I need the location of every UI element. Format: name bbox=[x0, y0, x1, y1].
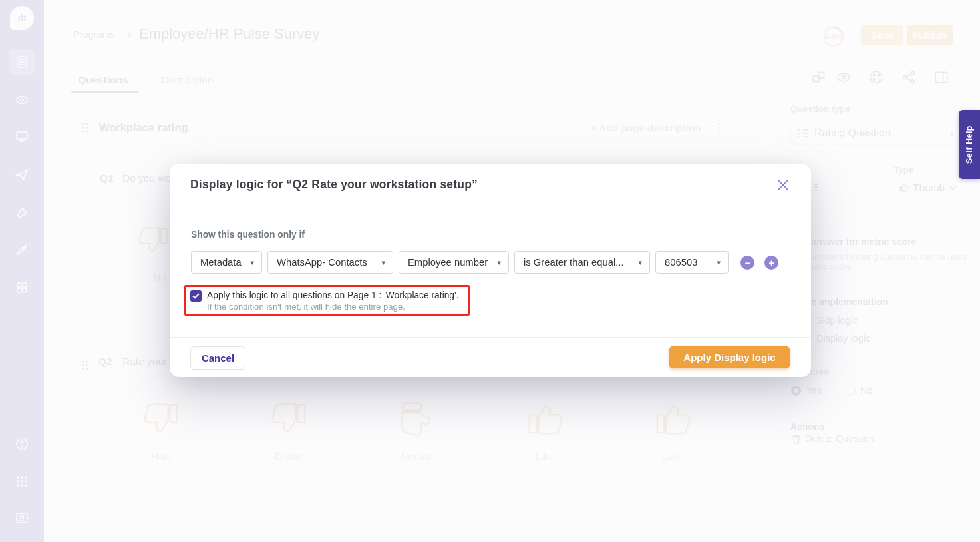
drag-handle-icon bbox=[81, 360, 89, 371]
actions-label: Actions bbox=[790, 421, 824, 432]
caret-down-icon: ▾ bbox=[638, 258, 642, 267]
active-tab-underline bbox=[71, 91, 138, 93]
type-label: Type bbox=[894, 165, 914, 175]
minus-icon: − bbox=[744, 258, 750, 268]
blocks-icon bbox=[812, 70, 826, 85]
q1-text: Do you wo bbox=[122, 172, 171, 184]
tab-questions: Questions bbox=[78, 74, 128, 86]
chevron-down-icon bbox=[949, 185, 957, 190]
remove-condition-button[interactable]: − bbox=[740, 256, 754, 270]
condition-row: Metadata ▾ WhatsApp- Contacts ▾ Employee… bbox=[191, 251, 729, 274]
apply-to-all-note: If the condition isn't met, it will hide… bbox=[207, 302, 405, 312]
check-icon bbox=[192, 293, 200, 299]
condition-field-dropdown[interactable]: Employee number ▾ bbox=[399, 251, 509, 274]
caret-down-icon: ▾ bbox=[717, 258, 721, 267]
metric-score-description: Only answers to rating questions can be … bbox=[792, 252, 970, 272]
condition-operator-dropdown[interactable]: is Greater than equal... ▾ bbox=[514, 251, 650, 274]
contacts-icon bbox=[15, 93, 29, 107]
q1-number: Q1 bbox=[100, 172, 114, 184]
rating-neutral-thumb-icon bbox=[397, 398, 438, 439]
modal-header: Display logic for “Q2 Rate your workstat… bbox=[170, 164, 811, 206]
sidebar-active-highlight bbox=[9, 49, 35, 75]
rating-label: Love bbox=[633, 451, 713, 462]
save-button: Save bbox=[861, 25, 903, 45]
tab-distribution: Distribution bbox=[162, 74, 214, 86]
apply-display-logic-button[interactable]: Apply Display logic bbox=[669, 346, 790, 368]
time-estimate-badge: 6-8m bbox=[822, 33, 845, 41]
launch-icon bbox=[15, 243, 29, 256]
rating-label: Hate bbox=[122, 451, 202, 462]
modal-title: Display logic for “Q2 Rate your workstat… bbox=[190, 178, 478, 192]
self-help-label: Self Help bbox=[965, 125, 974, 164]
apply-to-all-checkbox[interactable] bbox=[190, 290, 202, 302]
publish-button: Publish bbox=[907, 25, 953, 45]
cancel-button[interactable]: Cancel bbox=[190, 346, 245, 370]
add-condition-button[interactable]: + bbox=[764, 256, 778, 270]
dashboard-icon bbox=[15, 129, 29, 142]
rating-hate-thumb-icon bbox=[141, 398, 182, 439]
condition-value-dropdown[interactable]: 806503 ▾ bbox=[655, 251, 729, 274]
share-icon bbox=[901, 70, 916, 85]
app-screen: dt Programs › Employee/HR Pulse Survey 6… bbox=[0, 0, 980, 542]
page-title: Employee/HR Pulse Survey bbox=[139, 25, 319, 43]
time-progress-ring bbox=[822, 25, 845, 48]
rating-love-thumb-icon bbox=[652, 398, 693, 439]
condition-contact-list-dropdown[interactable]: WhatsApp- Contacts ▾ bbox=[267, 251, 393, 274]
display-logic-modal: Display logic for “Q2 Rate your workstat… bbox=[170, 164, 811, 377]
kebab-menu-icon bbox=[717, 122, 721, 133]
app-logo: dt bbox=[10, 6, 34, 30]
apply-to-all-label: Apply this logic to all questions on Pag… bbox=[207, 290, 459, 300]
layout-panel-icon bbox=[934, 70, 949, 85]
breadcrumb: Programs bbox=[73, 29, 115, 40]
display-logic-item: Display logic bbox=[816, 333, 870, 344]
rating-dislike-thumb-icon bbox=[269, 398, 310, 439]
plus-icon: + bbox=[768, 258, 774, 268]
caret-down-icon: ▾ bbox=[250, 258, 254, 267]
thumb-mini-icon bbox=[899, 182, 909, 192]
condition-intro-label: Show this question only if bbox=[191, 230, 305, 240]
rating-label: Neutral bbox=[377, 451, 457, 462]
close-icon[interactable] bbox=[775, 177, 791, 193]
rating-like-thumb-icon bbox=[524, 398, 566, 439]
red-annotation-box: Apply this logic to all questions on Pag… bbox=[184, 285, 470, 316]
self-help-tab[interactable]: Self Help bbox=[959, 110, 980, 179]
modal-footer: Cancel Apply Display logic bbox=[170, 337, 811, 377]
rating-label: Dislike bbox=[249, 451, 329, 462]
caret-down-icon: ▾ bbox=[497, 258, 501, 267]
integrations-icon bbox=[15, 281, 29, 294]
palette-icon bbox=[869, 70, 884, 85]
question-type-label: Question type bbox=[790, 104, 850, 114]
delete-question-button: Delete Question bbox=[805, 433, 874, 444]
required-no-radio bbox=[846, 386, 856, 396]
q2-number: Q2 bbox=[98, 356, 112, 368]
q1-thumb-down-icon bbox=[136, 223, 171, 258]
preview-eye-icon bbox=[836, 70, 851, 85]
question-type-select: Rating Question ▾ bbox=[790, 121, 961, 145]
caret-down-icon: ▾ bbox=[950, 129, 954, 138]
list-icon bbox=[798, 129, 808, 138]
caret-down-icon: ▾ bbox=[381, 258, 385, 267]
profile-icon bbox=[15, 511, 29, 525]
question-type-value: Rating Question bbox=[814, 127, 891, 139]
type-value: Thumb bbox=[913, 182, 945, 194]
skip-logic-item: Skip logic bbox=[816, 315, 858, 326]
sidebar: dt bbox=[0, 0, 44, 542]
surveys-icon bbox=[15, 55, 29, 69]
scale-value-partial: 5 bbox=[813, 182, 819, 194]
campaigns-icon bbox=[15, 168, 29, 182]
help-icon bbox=[15, 437, 29, 451]
breadcrumb-chevron-icon: › bbox=[128, 27, 132, 41]
drag-handle-icon bbox=[81, 122, 89, 133]
page-section-title: Workplace rating bbox=[99, 121, 188, 134]
required-no-label: No bbox=[860, 385, 873, 396]
add-page-description-button: + Add page description bbox=[591, 122, 701, 133]
required-yes-radio bbox=[791, 386, 801, 396]
q1-option-label: No bbox=[154, 272, 166, 283]
settings-wrench-icon bbox=[15, 206, 29, 220]
condition-source-dropdown[interactable]: Metadata ▾ bbox=[191, 251, 262, 274]
required-yes-label: Yes bbox=[806, 385, 822, 396]
apps-grid-icon bbox=[15, 475, 29, 488]
rating-label: Like bbox=[505, 451, 585, 462]
trash-icon bbox=[792, 434, 801, 444]
q2-text: Rate your bbox=[122, 356, 167, 368]
